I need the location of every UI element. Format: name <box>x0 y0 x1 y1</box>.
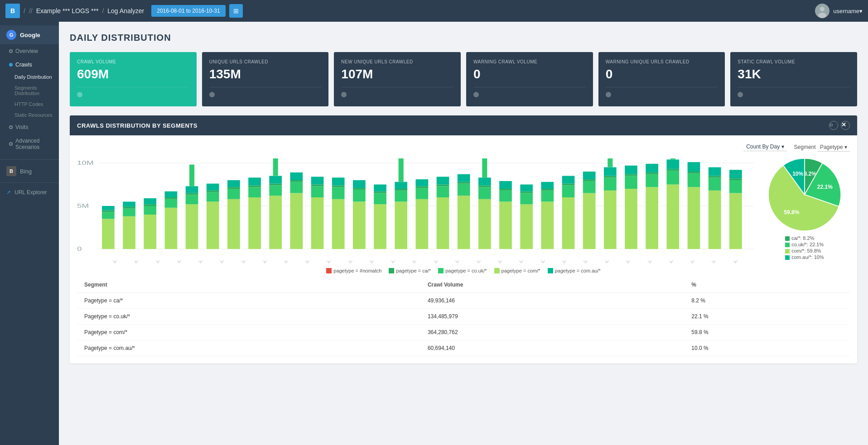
chart-action-btn1[interactable]: ○ <box>829 121 838 130</box>
svg-rect-19 <box>144 204 156 206</box>
svg-rect-96 <box>520 185 533 191</box>
svg-rect-28 <box>186 186 198 193</box>
sidebar-item-crawls[interactable]: Crawls <box>0 58 59 72</box>
table-cell-segment: Pagetype = com.au/* <box>77 340 420 356</box>
pie-labels: ca/*: 8.2%co.uk/*: 22.1%com/*: 59.8%com.… <box>785 234 824 261</box>
metric-dot-5 <box>738 92 743 97</box>
svg-rect-18 <box>144 206 156 215</box>
svg-rect-22 <box>165 199 178 208</box>
table-cell-volume: 364,280,762 <box>420 325 684 340</box>
svg-rect-76 <box>437 197 449 249</box>
chart-title: CRAWLS DISTRIBUTION BY SEGMENTS <box>77 122 198 129</box>
svg-rect-36 <box>227 187 240 189</box>
svg-rect-67 <box>395 202 407 249</box>
svg-rect-118 <box>646 187 658 249</box>
svg-rect-99 <box>541 189 554 191</box>
svg-rect-72 <box>416 199 429 249</box>
metric-value-4: 0 <box>606 67 718 81</box>
sidebar-divider1 <box>0 159 59 160</box>
svg-rect-134 <box>709 167 721 176</box>
svg-rect-59 <box>353 202 366 249</box>
visits-label: Visits <box>15 124 28 130</box>
svg-rect-55 <box>332 199 345 249</box>
svg-rect-50 <box>290 172 303 180</box>
metric-card-0: CRAWL VOLUME 609M <box>70 52 197 106</box>
x-axis-label: 2016-09-27 <box>518 261 521 264</box>
svg-rect-15 <box>123 207 135 209</box>
svg-rect-133 <box>709 176 721 178</box>
svg-rect-120 <box>646 172 658 174</box>
metric-card-4: WARNING UNIQUE URLS CRAWLED 0 <box>598 52 725 106</box>
svg-rect-53 <box>311 185 324 187</box>
metric-dot-0 <box>77 92 82 97</box>
grid-view-button[interactable]: ⊞ <box>229 4 243 18</box>
segment-control-value[interactable]: Pagetype ▾ <box>817 143 850 152</box>
svg-rect-94 <box>520 193 533 205</box>
sidebar-engine-google[interactable]: G Google <box>0 25 59 44</box>
svg-rect-90 <box>499 191 512 202</box>
sidebar-item-advanced[interactable]: Advanced Scenarios <box>0 134 59 154</box>
bar-chart-svg: 10M 5M 0 <box>77 158 754 258</box>
advanced-label: Advanced Scenarios <box>15 138 53 150</box>
svg-rect-24 <box>165 191 178 197</box>
svg-rect-47 <box>290 193 303 249</box>
bing-label: Bing <box>20 168 32 175</box>
x-axis-label: 2016-08-22 <box>262 261 265 264</box>
svg-rect-40 <box>248 185 261 187</box>
svg-text:10%: 10% <box>792 171 803 177</box>
svg-rect-73 <box>416 188 429 199</box>
sidebar-url-explorer[interactable]: ↗ URL Explorer <box>0 185 59 200</box>
svg-rect-117 <box>625 166 637 174</box>
svg-rect-97 <box>541 202 554 249</box>
svg-rect-9 <box>102 219 115 249</box>
svg-rect-110 <box>604 177 617 191</box>
svg-rect-21 <box>165 208 178 249</box>
sidebar-engine-bing[interactable]: B Bing <box>0 162 59 181</box>
svg-rect-61 <box>353 188 366 190</box>
sidebar-sub-daily[interactable]: Daily Distribution <box>0 72 59 82</box>
count-by-day-control[interactable]: Count By Day ▾ <box>743 143 786 151</box>
visits-dot <box>9 125 13 129</box>
bing-icon: B <box>6 166 16 176</box>
svg-rect-84 <box>478 199 491 249</box>
date-range-button[interactable]: 2016-08-01 to 2016-10-31 <box>151 5 225 17</box>
sidebar-sub-http[interactable]: HTTP Codes <box>0 99 59 110</box>
svg-rect-81 <box>458 184 470 196</box>
table-cell-pct: 59.8 % <box>684 325 850 340</box>
sidebar-sub-static[interactable]: Static Resources <box>0 110 59 120</box>
metric-label-0: CRAWL VOLUME <box>77 59 189 64</box>
table-row: Pagetype = com/* 364,280,762 59.8 % <box>77 325 850 340</box>
table-cell-volume: 134,485,979 <box>420 309 684 325</box>
svg-rect-78 <box>437 185 449 187</box>
svg-rect-13 <box>123 216 135 249</box>
count-by-day-arrow: ▾ <box>781 144 784 150</box>
table-row: Pagetype = com.au/* 60,694,140 10.0 % <box>77 340 850 356</box>
sidebar-item-overview[interactable]: Overview <box>0 44 59 58</box>
username-label[interactable]: username▾ <box>833 8 863 14</box>
nav-sep3: / <box>102 7 104 14</box>
svg-rect-79 <box>437 177 449 184</box>
svg-rect-31 <box>207 192 219 202</box>
x-axis-label: 2016-10-09 <box>604 261 607 264</box>
x-axis-label: 2016-09-06 <box>369 261 372 264</box>
svg-rect-54 <box>311 177 324 184</box>
x-axis-label: 2016-09-18 <box>454 261 458 264</box>
svg-rect-138 <box>729 170 742 178</box>
table-cell-segment: Pagetype = com/* <box>77 325 420 340</box>
chart-action-btn2[interactable]: ✕ <box>841 121 850 130</box>
svg-rect-102 <box>562 185 575 197</box>
svg-rect-109 <box>604 191 617 249</box>
svg-text:8.2%: 8.2% <box>804 171 817 177</box>
sidebar-item-visits[interactable]: Visits <box>0 120 59 134</box>
svg-rect-83 <box>458 174 470 182</box>
brand-icon[interactable]: B <box>5 4 20 18</box>
svg-rect-51 <box>311 197 324 249</box>
svg-rect-27 <box>186 193 198 195</box>
svg-rect-60 <box>353 190 366 202</box>
svg-rect-107 <box>583 179 596 181</box>
x-axis-label: 2016-08-25 <box>283 261 286 264</box>
sidebar-sub-segments[interactable]: Segments Distribution <box>0 82 59 99</box>
svg-rect-137 <box>729 178 742 180</box>
legend-item: pagetype = co.uk/* <box>438 268 487 273</box>
svg-rect-23 <box>165 197 178 199</box>
